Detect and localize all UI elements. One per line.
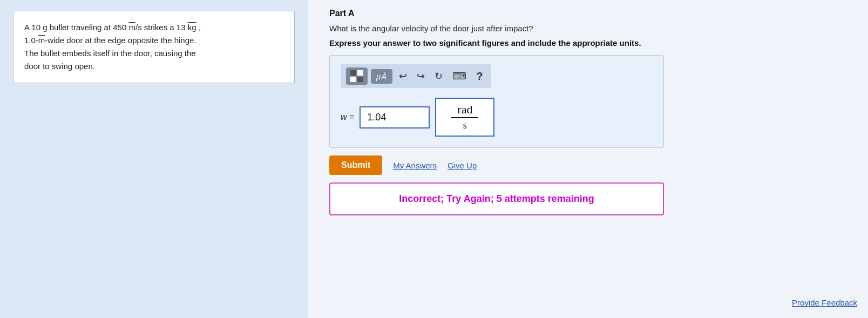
refresh-button[interactable]: ↻ — [431, 68, 446, 84]
provide-feedback-link[interactable]: Provide Feedback — [792, 298, 857, 307]
unit-numerator: rad — [457, 104, 472, 116]
answer-area: μÅ ↩ ↪ ↻ ⌨ ? w = rad s — [329, 55, 664, 148]
problem-text: A 10 g bullet traveling at 450 m/s strik… — [24, 23, 201, 71]
math-toolbar: μÅ ↩ ↪ ↻ ⌨ ? — [341, 64, 491, 88]
part-label: Part A — [329, 9, 846, 18]
my-answers-button[interactable]: My Answers — [393, 161, 437, 170]
instructions-text: Express your answer to two significant f… — [329, 38, 846, 48]
template-button[interactable] — [346, 67, 368, 85]
unit-box: rad s — [435, 98, 494, 137]
feedback-box: Incorrect; Try Again; 5 attempts remaini… — [329, 182, 664, 215]
unit-divider — [451, 117, 478, 118]
feedback-message: Incorrect; Try Again; 5 attempts remaini… — [399, 193, 594, 204]
question-text: What is the angular velocity of the door… — [329, 24, 846, 33]
value-input[interactable] — [360, 106, 430, 128]
answer-row: w = rad s — [341, 98, 653, 137]
action-row: Submit My Answers Give Up — [329, 155, 846, 175]
right-panel: Part A What is the angular velocity of t… — [308, 0, 868, 318]
redo-button[interactable]: ↪ — [413, 68, 428, 84]
unit-denominator: s — [463, 120, 467, 131]
undo-button[interactable]: ↩ — [396, 68, 410, 84]
help-button[interactable]: ? — [473, 68, 486, 85]
variable-label: w = — [341, 112, 354, 122]
give-up-button[interactable]: Give Up — [447, 161, 477, 170]
problem-box: A 10 g bullet traveling at 450 m/s strik… — [13, 11, 295, 83]
submit-button[interactable]: Submit — [329, 155, 382, 175]
left-panel: A 10 g bullet traveling at 450 m/s strik… — [0, 0, 308, 318]
mu-button[interactable]: μÅ — [371, 69, 392, 84]
keyboard-button[interactable]: ⌨ — [449, 68, 470, 84]
